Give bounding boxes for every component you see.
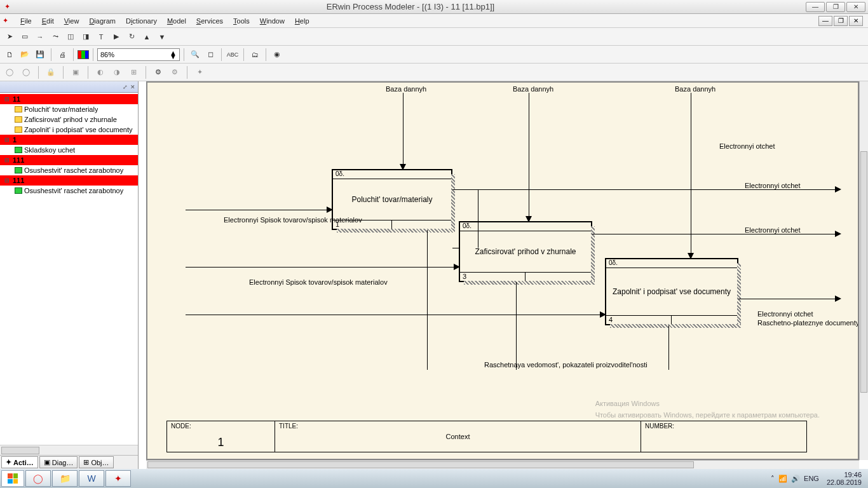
print-button[interactable]: 🖨 (55, 48, 69, 62)
tab-objects[interactable]: ⊞Obj… (79, 456, 113, 468)
arrow-tool-button[interactable]: → (33, 30, 47, 44)
zoom-combo[interactable]: 86% ▲▼ (97, 48, 180, 61)
tree-group[interactable]: ⊟11 (0, 94, 138, 104)
tb3-btn-5[interactable]: ◐ (93, 65, 107, 79)
connection-line (452, 248, 460, 248)
menu-edit[interactable]: Edit (37, 16, 59, 26)
canvas-horizontal-scrollbar[interactable] (146, 460, 859, 469)
menu-diagram[interactable]: Diagram (84, 16, 121, 26)
tray-chevron-icon[interactable]: ˄ (771, 475, 775, 483)
misc-button[interactable]: ◉ (270, 48, 284, 62)
collapse-icon[interactable]: ⊟ (3, 96, 11, 102)
box-title: Zaficsirovat' prihod v zhurnale (460, 231, 591, 272)
menu-services[interactable]: Services (191, 16, 228, 26)
tb3-btn-8[interactable]: ⚙ (151, 65, 165, 79)
tree-group[interactable]: ⊟111 (0, 175, 138, 186)
activity-box[interactable]: 0δ. Zaficsirovat' prihod v zhurnale 3 (459, 221, 592, 282)
tree-item[interactable]: Osushestvit' raschet zarabotnoy (0, 165, 138, 175)
tb3-btn-2[interactable]: ◯ (19, 65, 33, 79)
menu-dictionary[interactable]: Dictionary (121, 16, 162, 26)
output-arrow (738, 299, 840, 299)
taskbar-app-erwin[interactable]: ✦ (105, 470, 131, 487)
tb3-btn-1[interactable]: ◯ (3, 65, 17, 79)
open-button[interactable]: 📂 (18, 48, 32, 62)
tb3-btn-6[interactable]: ◑ (110, 65, 124, 79)
box-title: Poluchit' tovar/materialy (333, 179, 451, 220)
text-tool-button[interactable]: T (94, 30, 108, 44)
spellcheck-button[interactable]: ABC (226, 48, 240, 62)
collapse-icon[interactable]: ⊟ (3, 137, 11, 143)
tree-item[interactable]: Osushestvit' raschet zarabotnoy (0, 186, 138, 196)
tb3-btn-7[interactable]: ⊞ (126, 65, 140, 79)
control-arrow (529, 93, 529, 220)
new-button[interactable]: 🗋 (3, 48, 17, 62)
nav-up-button[interactable]: ▲ (140, 30, 154, 44)
collapse-icon[interactable]: ⊟ (3, 157, 11, 163)
tray-network-icon[interactable]: 📶 (778, 475, 787, 483)
taskbar-app-opera[interactable]: ◯ (25, 470, 51, 487)
start-button[interactable] (1, 470, 24, 487)
collapse-icon[interactable]: ⊟ (3, 177, 11, 184)
referent-tool-button[interactable]: ◫ (64, 30, 78, 44)
tree-item[interactable]: Zapolnit' i podpisat' vse documenty (0, 125, 138, 135)
window-maximize-button[interactable]: ❐ (826, 2, 845, 12)
panel-pin-icon[interactable]: ⤢ (123, 84, 128, 90)
tb3-btn-4[interactable]: ▣ (69, 65, 83, 79)
mdi-close-button[interactable]: ✕ (849, 16, 863, 26)
mdi-minimize-button[interactable]: — (818, 16, 832, 26)
tree-item[interactable]: Skladskoy uchet (0, 145, 138, 155)
tray-clock[interactable]: 19:46 22.08.2019 (827, 471, 862, 486)
org-tool-button[interactable]: ◨ (79, 30, 93, 44)
tree-group[interactable]: ⊟111 (0, 155, 138, 165)
tab-diagrams[interactable]: ▣Diag… (39, 456, 78, 468)
arrow-label: Electronnyi Spisok tovarov/spisok materi… (249, 278, 388, 286)
save-button[interactable]: 💾 (33, 48, 47, 62)
tb3-btn-10[interactable]: ✦ (193, 65, 207, 79)
play-button[interactable]: ▶ (109, 30, 123, 44)
squiggle-tool-button[interactable]: ⤳ (48, 30, 62, 44)
activity-box[interactable]: 0δ. Zapolnit' i podpisat' vse documenty … (605, 258, 738, 325)
nav-down-button[interactable]: ▼ (155, 30, 169, 44)
arrowhead-right-icon (835, 186, 841, 193)
activity-tool-button[interactable]: ▭ (18, 30, 32, 44)
activity-box[interactable]: 0δ. Poluchit' tovar/materialy 1 (332, 169, 452, 230)
activity-tree[interactable]: ⊟11 Poluchit' tovar/materialy Zaficsirov… (0, 93, 138, 445)
tab-activities[interactable]: ✦Acti… (1, 456, 38, 468)
window-close-button[interactable]: ✕ (846, 2, 865, 12)
zoom-in-button[interactable]: 🔍 (188, 48, 202, 62)
diagram-canvas[interactable]: Baza dannyh Baza dannyh Baza dannyh 0δ. … (146, 81, 859, 460)
pointer-tool-button[interactable]: ➤ (3, 30, 17, 44)
tree-item[interactable]: Zaficsirovat' prihod v zhurnale (0, 114, 138, 125)
menu-model[interactable]: Model (162, 16, 191, 26)
model-explorer-button[interactable]: 🗂 (248, 48, 262, 62)
tb3-btn-9[interactable]: ⚙ (168, 65, 182, 79)
control-label: Baza dannyh (675, 85, 715, 93)
tree-horizontal-scrollbar[interactable] (0, 445, 138, 455)
window-minimize-button[interactable]: — (806, 2, 825, 12)
menu-file[interactable]: File (15, 16, 37, 26)
canvas-vertical-scrollbar[interactable] (859, 81, 868, 460)
control-label: Baza dannyh (386, 85, 426, 93)
tb3-btn-3[interactable]: 🔒 (44, 65, 58, 79)
menu-tools[interactable]: Tools (228, 16, 255, 26)
tree-group[interactable]: ⊟1 (0, 135, 138, 145)
connection-line (452, 189, 478, 190)
color-button[interactable] (78, 50, 89, 59)
system-tray[interactable]: ˄ 📶 🔊 ENG 19:46 22.08.2019 (771, 471, 867, 486)
app-icon: ✦ (3, 3, 11, 11)
menu-help[interactable]: Help (290, 16, 315, 26)
taskbar-app-word[interactable]: W (79, 470, 104, 487)
zoom-fit-button[interactable]: ◻ (203, 48, 217, 62)
panel-close-icon[interactable]: ✕ (130, 84, 135, 90)
redo-button[interactable]: ↻ (125, 30, 139, 44)
taskbar-app-explorer[interactable]: 📁 (52, 470, 78, 487)
mdi-restore-button[interactable]: ❐ (834, 16, 848, 26)
tray-language[interactable]: ENG (804, 475, 819, 482)
menu-window[interactable]: Window (255, 16, 290, 26)
menu-view[interactable]: View (59, 16, 85, 26)
diagram-area: Baza dannyh Baza dannyh Baza dannyh 0δ. … (139, 81, 868, 469)
control-arrow (691, 93, 691, 257)
tray-sound-icon[interactable]: 🔊 (791, 475, 800, 483)
tree-item[interactable]: Poluchit' tovar/materialy (0, 104, 138, 114)
footer-number-cell: NUMBER: (641, 421, 806, 452)
